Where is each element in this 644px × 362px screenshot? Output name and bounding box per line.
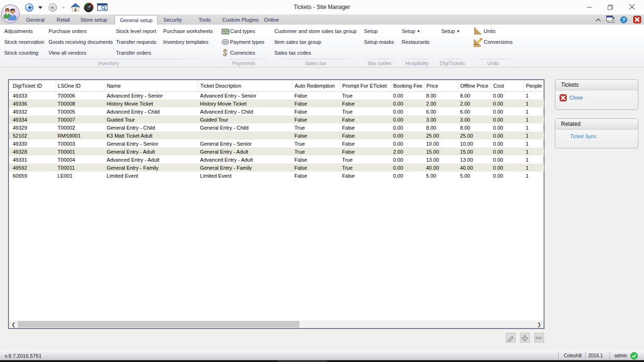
svg-text:?: ? [622, 17, 625, 23]
svg-text:$: $ [223, 48, 227, 58]
